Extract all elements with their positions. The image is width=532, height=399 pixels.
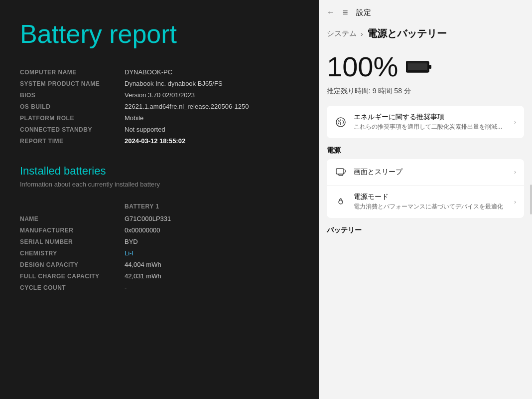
- energy-recommendations-item[interactable]: エネルギーに関する推奨事項 これらの推奨事項を適用して二酸化炭素排出量を削減..…: [327, 106, 524, 138]
- breadcrumb: システム › 電源とバッテリー: [327, 25, 524, 40]
- battery-percent-section: 100%: [327, 50, 524, 83]
- power-mode-desc: 電力消費とパフォーマンスに基づいてデバイスを最適化: [354, 202, 507, 211]
- settings-content: システム › 電源とバッテリー 100% 推定残り時間: 9: [319, 25, 532, 399]
- connected-standby-label: CONNECTED STANDBY: [20, 126, 125, 133]
- breadcrumb-arrow: ›: [361, 30, 363, 38]
- system-info-table: COMPUTER NAME DYNABOOK-PC SYSTEM PRODUCT…: [20, 68, 299, 145]
- battery1-column-label: BATTERY 1: [125, 203, 159, 210]
- breadcrumb-parent[interactable]: システム: [327, 29, 357, 38]
- power-mode-label: 電源モード: [354, 193, 507, 201]
- system-product-name-row: SYSTEM PRODUCT NAME Dynabook Inc. dynabo…: [20, 80, 299, 87]
- battery-cycle-count-row: CYCLE COUNT -: [20, 284, 299, 291]
- svg-rect-8: [336, 169, 344, 174]
- report-time-value: 2024-03-12 18:55:02: [125, 137, 185, 145]
- report-time-row: REPORT TIME 2024-03-12 18:55:02: [20, 137, 299, 145]
- settings-panel: ← ≡ 設定 システム › 電源とバッテリー 100%: [319, 0, 532, 399]
- battery-report-panel: Battery report COMPUTER NAME DYNABOOK-PC…: [0, 0, 319, 399]
- battery-manufacturer-value: 0x00000000: [125, 226, 160, 234]
- battery-design-capacity-label: DESIGN CAPACITY: [20, 261, 125, 268]
- svg-rect-6: [408, 63, 427, 70]
- battery-serial-label: SERIAL NUMBER: [20, 238, 125, 245]
- report-time-label: REPORT TIME: [20, 138, 125, 145]
- energy-icon: [335, 116, 347, 128]
- battery-chemistry-row: CHEMISTRY Li-I: [20, 249, 299, 257]
- menu-button[interactable]: ≡: [343, 7, 348, 18]
- bios-value: Version 3.70 02/01/2023: [125, 91, 195, 99]
- battery-full-charge-row: FULL CHARGE CAPACITY 42,031 mWh: [20, 272, 299, 280]
- battery-name-row: NAME G71C000LP331: [20, 215, 299, 222]
- system-product-name-label: SYSTEM PRODUCT NAME: [20, 80, 125, 87]
- battery-icon: [406, 60, 432, 74]
- platform-role-row: PLATFORM ROLE Mobile: [20, 114, 299, 122]
- platform-role-value: Mobile: [125, 114, 143, 122]
- computer-name-label: COMPUTER NAME: [20, 69, 125, 76]
- battery-manufacturer-row: MANUFACTURER 0x00000000: [20, 226, 299, 234]
- battery-full-charge-label: FULL CHARGE CAPACITY: [20, 273, 125, 280]
- power-mode-chevron-icon: ›: [514, 199, 516, 205]
- screen-sleep-item[interactable]: 画面とスリープ ›: [327, 159, 524, 186]
- energy-card-label: エネルギーに関する推奨事項: [354, 113, 507, 122]
- svg-rect-5: [429, 65, 431, 69]
- screen-sleep-chevron-icon: ›: [514, 169, 516, 176]
- power-settings-card[interactable]: 画面とスリープ › 電源モード 電力消費とパフォーマンスに基づいてデバイスを最適…: [327, 159, 524, 218]
- connected-standby-row: CONNECTED STANDBY Not supported: [20, 126, 299, 133]
- estimated-time: 推定残り時間: 9 時間 58 分: [327, 87, 524, 96]
- computer-name-row: COMPUTER NAME DYNABOOK-PC: [20, 68, 299, 76]
- battery-chemistry-label: CHEMISTRY: [20, 250, 125, 257]
- settings-window-title: 設定: [356, 8, 371, 17]
- battery-column-header: BATTERY 1: [20, 203, 299, 210]
- battery-name-value: G71C000LP331: [125, 215, 171, 222]
- battery-full-charge-value: 42,031 mWh: [125, 272, 161, 280]
- battery-cycle-count-label: CYCLE COUNT: [20, 284, 125, 291]
- breadcrumb-current: 電源とバッテリー: [367, 27, 447, 40]
- screen-sleep-label: 画面とスリープ: [354, 168, 507, 177]
- scroll-indicator: [530, 185, 532, 214]
- screen-sleep-text: 画面とスリープ: [354, 168, 507, 177]
- settings-titlebar: ← ≡ 設定: [319, 0, 532, 25]
- battery-info-table: NAME G71C000LP331 MANUFACTURER 0x0000000…: [20, 215, 299, 291]
- energy-recommendations-card[interactable]: エネルギーに関する推奨事項 これらの推奨事項を適用して二酸化炭素排出量を削減..…: [327, 106, 524, 138]
- battery-percentage: 100%: [327, 50, 398, 83]
- power-section-heading: 電源: [327, 146, 524, 155]
- installed-batteries-title: Installed batteries: [20, 165, 299, 178]
- battery-section-heading: バッテリー: [327, 226, 524, 235]
- energy-chevron-icon: ›: [514, 119, 516, 126]
- battery-serial-value: BYD: [125, 238, 138, 245]
- bios-row: BIOS Version 3.70 02/01/2023: [20, 91, 299, 99]
- battery-chemistry-value: Li-I: [125, 249, 133, 257]
- energy-card-desc: これらの推奨事項を適用して二酸化炭素排出量を削減...: [354, 123, 507, 131]
- power-mode-item[interactable]: 電源モード 電力消費とパフォーマンスに基づいてデバイスを最適化 ›: [327, 186, 524, 218]
- power-mode-text: 電源モード 電力消費とパフォーマンスに基づいてデバイスを最適化: [354, 193, 507, 211]
- bios-label: BIOS: [20, 92, 125, 99]
- connected-standby-value: Not supported: [125, 126, 165, 133]
- report-title: Battery report: [20, 20, 299, 48]
- platform-role-label: PLATFORM ROLE: [20, 115, 125, 122]
- back-button[interactable]: ←: [327, 8, 335, 17]
- power-mode-icon: [335, 196, 347, 208]
- computer-name-value: DYNABOOK-PC: [125, 68, 172, 76]
- os-build-value: 22621.1.amd64fre.ni_release.220506-1250: [125, 103, 249, 110]
- energy-card-text: エネルギーに関する推奨事項 これらの推奨事項を適用して二酸化炭素排出量を削減..…: [354, 113, 507, 131]
- battery-cycle-count-value: -: [125, 284, 127, 291]
- battery-serial-row: SERIAL NUMBER BYD: [20, 238, 299, 245]
- battery-design-capacity-row: DESIGN CAPACITY 44,004 mWh: [20, 261, 299, 268]
- battery-manufacturer-label: MANUFACTURER: [20, 227, 125, 234]
- os-build-label: OS BUILD: [20, 103, 125, 110]
- system-product-name-value: Dynabook Inc. dynabook BJ65/FS: [125, 80, 223, 87]
- installed-batteries-subtitle: Information about each currently install…: [20, 181, 299, 188]
- battery-name-label: NAME: [20, 215, 125, 222]
- screen-sleep-icon: [335, 166, 347, 178]
- os-build-row: OS BUILD 22621.1.amd64fre.ni_release.220…: [20, 103, 299, 110]
- battery-design-capacity-value: 44,004 mWh: [125, 261, 161, 268]
